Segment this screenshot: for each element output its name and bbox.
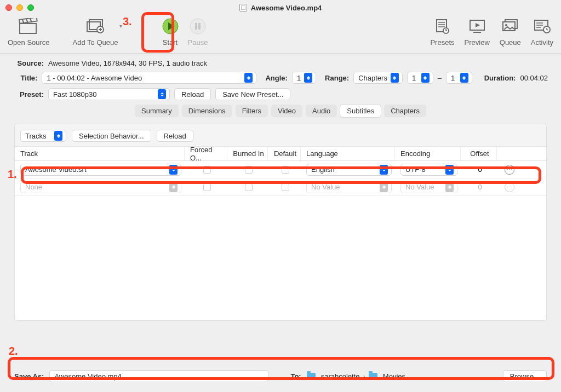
title-label: Title:: [13, 74, 37, 82]
path-user: sarahcolette: [321, 372, 360, 381]
pause-icon: [188, 16, 208, 36]
encoding-select[interactable]: UTF-8: [400, 164, 457, 176]
queue-button[interactable]: Queue: [500, 16, 521, 47]
save-bar: Save As: Awesome Video.mp4 To: sarahcole…: [0, 368, 561, 384]
duration-label: Duration:: [484, 74, 516, 82]
language-select: No Value: [306, 181, 392, 193]
tab-audio[interactable]: Audio: [306, 105, 337, 117]
subtitle-table-header: Track Forced O... Burned In Default Lang…: [15, 147, 546, 161]
monitor-play-icon: [467, 16, 487, 36]
range-mode-select[interactable]: Chapters: [353, 72, 403, 84]
save-as-field[interactable]: Awesome Video.mp4: [49, 370, 268, 382]
clapperboard-icon: [19, 16, 38, 36]
start-button[interactable]: Start: [161, 16, 180, 47]
subtitle-row: Awesome Video.srt English UTF-8 0 ⋯: [15, 161, 546, 178]
presets-button[interactable]: Presets: [430, 16, 454, 47]
row-options-button: ⋯: [505, 182, 514, 192]
source-label: Source:: [13, 59, 44, 67]
col-offset: Offset: [461, 147, 497, 160]
forced-checkbox[interactable]: [203, 166, 211, 174]
open-source-label: Open Source: [8, 38, 50, 47]
forced-checkbox: [203, 183, 211, 191]
burned-checkbox: [245, 183, 253, 191]
add-to-queue-label: Add To Queue: [73, 38, 118, 47]
terminal-clock-icon: [532, 16, 552, 36]
range-dash: –: [438, 74, 442, 82]
start-label: Start: [163, 38, 178, 47]
tab-video[interactable]: Video: [271, 105, 302, 117]
offset-value: 0: [478, 183, 482, 191]
col-language: Language: [301, 147, 395, 160]
col-default: Default: [268, 147, 301, 160]
track-select[interactable]: None: [20, 181, 181, 193]
col-burned: Burned In: [227, 147, 268, 160]
folder-icon: [307, 373, 316, 379]
svg-point-12: [190, 19, 205, 34]
presets-label: Presets: [430, 38, 454, 47]
svg-rect-14: [198, 23, 201, 30]
svg-marker-21: [476, 23, 480, 27]
selection-behavior-button[interactable]: Selection Behavior...: [72, 130, 151, 142]
queue-label: Queue: [500, 38, 521, 47]
duration-value: 00:04:02: [520, 74, 548, 82]
svg-point-25: [505, 24, 507, 26]
default-checkbox: [282, 183, 289, 191]
tab-subtitles[interactable]: Subtitles: [340, 105, 381, 117]
open-source-button[interactable]: Open Source: [8, 16, 50, 47]
preset-label: Preset:: [13, 90, 44, 99]
angle-select[interactable]: 1: [292, 72, 316, 84]
default-checkbox[interactable]: [282, 166, 289, 174]
save-as-label: Save As:: [14, 372, 44, 381]
toolbar: Open Source Add To Queue ▾ Start Pause P…: [0, 15, 561, 54]
encoding-select: No Value: [400, 181, 457, 193]
folder-icon: [369, 373, 377, 379]
chevron-right-icon: ›: [363, 372, 365, 381]
title-select[interactable]: 1 - 00:04:02 - Awesome Video: [42, 72, 256, 84]
annotation-number-2: 2.: [9, 345, 18, 358]
language-select[interactable]: English: [306, 164, 392, 176]
col-encoding: Encoding: [395, 147, 461, 160]
svg-rect-13: [195, 23, 197, 30]
range-from-select[interactable]: 1: [407, 72, 433, 84]
save-new-preset-button[interactable]: Save New Preset...: [215, 88, 290, 100]
pause-button: Pause: [188, 16, 208, 47]
tracks-menu[interactable]: Tracks: [20, 130, 66, 142]
tab-chapters[interactable]: Chapters: [384, 105, 426, 117]
chevron-down-icon[interactable]: ▾: [119, 23, 122, 29]
subtitle-row: None No Value No Value 0 ⋯: [15, 178, 546, 196]
add-to-queue-button[interactable]: Add To Queue: [73, 16, 118, 47]
pause-label: Pause: [188, 38, 208, 47]
tab-summary[interactable]: Summary: [135, 105, 179, 117]
destination-path[interactable]: sarahcolette › Movies: [307, 372, 405, 381]
document-icon: [239, 4, 247, 11]
burned-checkbox[interactable]: [245, 166, 253, 174]
preview-button[interactable]: Preview: [465, 16, 490, 47]
svg-rect-0: [20, 24, 36, 33]
col-track: Track: [15, 147, 185, 160]
info-section: Source: Awesome Video, 1678x944, 30 FPS,…: [0, 54, 561, 100]
activity-label: Activity: [531, 38, 553, 47]
range-label: Range:: [325, 74, 349, 82]
row-options-button[interactable]: ⋯: [505, 165, 514, 175]
source-value: Awesome Video, 1678x944, 30 FPS, 1 audio…: [48, 59, 207, 67]
tab-filters[interactable]: Filters: [236, 105, 268, 117]
path-dir: Movies: [383, 372, 405, 381]
range-to-select[interactable]: 1: [446, 72, 472, 84]
activity-button[interactable]: Activity: [531, 16, 553, 47]
to-label: To:: [290, 372, 301, 381]
subtitles-panel: Tracks Selection Behavior... Reload Trac…: [14, 124, 547, 321]
tab-bar: Summary Dimensions Filters Video Audio S…: [0, 105, 561, 117]
preset-select[interactable]: Fast 1080p30: [48, 88, 170, 100]
offset-value[interactable]: 0: [478, 165, 482, 174]
images-plus-icon: [85, 16, 105, 36]
subtitle-reload-button[interactable]: Reload: [157, 130, 193, 142]
titlebar: Awesome Video.mp4: [0, 0, 561, 15]
tab-dimensions[interactable]: Dimensions: [182, 105, 232, 117]
window-title: Awesome Video.mp4: [0, 4, 561, 12]
browse-button[interactable]: Browse...: [503, 370, 547, 382]
track-select[interactable]: Awesome Video.srt: [20, 164, 181, 176]
col-forced: Forced O...: [185, 147, 227, 160]
angle-label: Angle:: [265, 74, 287, 82]
play-icon: [161, 16, 180, 36]
preset-reload-button[interactable]: Reload: [174, 88, 211, 100]
